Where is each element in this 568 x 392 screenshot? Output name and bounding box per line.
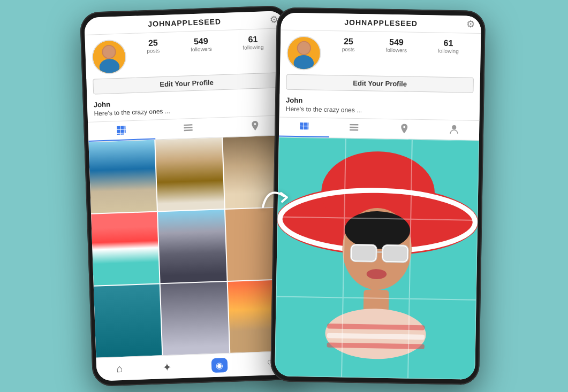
left-following-number: 61 <box>248 34 258 44</box>
svg-rect-14 <box>184 129 192 131</box>
right-posts-number: 25 <box>343 36 353 46</box>
grid-cell-7[interactable] <box>93 284 162 357</box>
left-username: JOHNAPPLESEED <box>148 17 221 28</box>
left-posts-label: posts <box>147 48 160 54</box>
svg-rect-11 <box>121 133 124 134</box>
svg-rect-23 <box>303 126 306 129</box>
right-tab-location[interactable] <box>378 119 429 139</box>
right-followers-number: 549 <box>389 37 403 47</box>
svg-rect-19 <box>300 122 303 126</box>
svg-rect-9 <box>124 129 125 133</box>
left-following-label: following <box>243 44 263 50</box>
left-profile-section: 25 posts 549 followers 61 following <box>85 28 286 79</box>
grid-cell-4[interactable] <box>91 212 160 285</box>
left-followers-number: 549 <box>193 36 208 46</box>
overlay-cell-8 <box>341 297 409 378</box>
overlay-cell-7 <box>275 296 343 377</box>
left-nav-camera-icon[interactable]: ◉ <box>211 358 228 373</box>
overlay-cell-2 <box>344 138 412 219</box>
right-tab-bar <box>278 117 479 141</box>
left-nav-home-icon[interactable]: ⌂ <box>116 362 123 374</box>
left-tab-list[interactable] <box>154 118 222 139</box>
left-stats: 25 posts 549 followers 61 following <box>131 34 279 55</box>
svg-rect-25 <box>350 124 358 125</box>
svg-rect-22 <box>299 126 302 129</box>
left-followers-label: followers <box>190 45 211 52</box>
right-phone: JOHNAPPLESEED ⚙ 25 posts <box>270 7 485 385</box>
overlay-cell-4 <box>276 217 344 297</box>
right-tab-list[interactable] <box>329 118 379 139</box>
grid-cell-2[interactable] <box>155 137 224 211</box>
right-username: JOHNAPPLESEED <box>344 18 418 27</box>
right-header: JOHNAPPLESEED ⚙ <box>281 12 481 34</box>
grid-cell-8[interactable] <box>161 282 229 355</box>
transition-arrow <box>258 180 300 212</box>
overlay-cell-3 <box>411 139 479 220</box>
right-posts-label: posts <box>342 46 354 52</box>
left-photo-grid <box>88 135 296 357</box>
svg-rect-4 <box>117 126 120 129</box>
right-followers-label: followers <box>385 47 407 53</box>
svg-rect-7 <box>117 129 120 133</box>
right-stat-following: 61 following <box>437 38 458 54</box>
left-stat-followers: 549 followers <box>190 36 211 52</box>
right-following-label: following <box>437 48 458 54</box>
right-gear-icon[interactable]: ⚙ <box>466 18 474 30</box>
right-stats: 25 posts 549 followers 61 following <box>326 36 474 54</box>
scene: JOHNAPPLESEED ⚙ 25 posts <box>0 0 568 392</box>
right-tab-grid[interactable] <box>278 117 329 137</box>
left-stat-posts: 25 posts <box>146 38 160 54</box>
right-big-image <box>275 137 479 379</box>
svg-rect-13 <box>184 127 192 128</box>
right-avatar <box>286 35 321 70</box>
left-tab-grid[interactable] <box>88 120 155 141</box>
svg-rect-21 <box>307 122 308 126</box>
left-nav-explore-icon[interactable]: ✦ <box>162 360 172 374</box>
overlay-cell-6 <box>409 219 477 299</box>
left-avatar <box>91 39 126 74</box>
woman-photo <box>275 137 479 379</box>
left-stat-following: 61 following <box>242 34 263 50</box>
right-profile-section: 25 posts 549 followers 61 following <box>279 30 480 78</box>
right-following-number: 61 <box>443 38 453 48</box>
right-stat-posts: 25 posts <box>342 36 354 52</box>
svg-rect-12 <box>184 124 192 126</box>
overlay-cell-9 <box>408 298 476 379</box>
svg-rect-8 <box>120 129 124 133</box>
grid-cell-1[interactable] <box>88 140 157 213</box>
overlay-cell-5 <box>343 218 411 298</box>
right-bio: John Here's to the crazy ones ... <box>279 94 480 120</box>
svg-rect-5 <box>120 126 124 129</box>
svg-rect-10 <box>117 133 120 134</box>
right-phone-screen: JOHNAPPLESEED ⚙ 25 posts <box>275 12 481 379</box>
grid-cell-5[interactable] <box>158 210 226 283</box>
right-tab-person[interactable] <box>429 120 479 140</box>
right-edit-profile-button[interactable]: Edit Your Profile <box>286 74 473 93</box>
left-posts-number: 25 <box>148 38 157 48</box>
svg-rect-26 <box>350 126 358 128</box>
svg-rect-27 <box>350 129 358 130</box>
svg-rect-20 <box>304 122 307 126</box>
svg-rect-6 <box>124 126 125 129</box>
svg-point-28 <box>452 125 456 129</box>
grid-overlay <box>275 137 479 379</box>
svg-rect-24 <box>307 126 308 129</box>
right-stat-followers: 549 followers <box>385 37 407 53</box>
